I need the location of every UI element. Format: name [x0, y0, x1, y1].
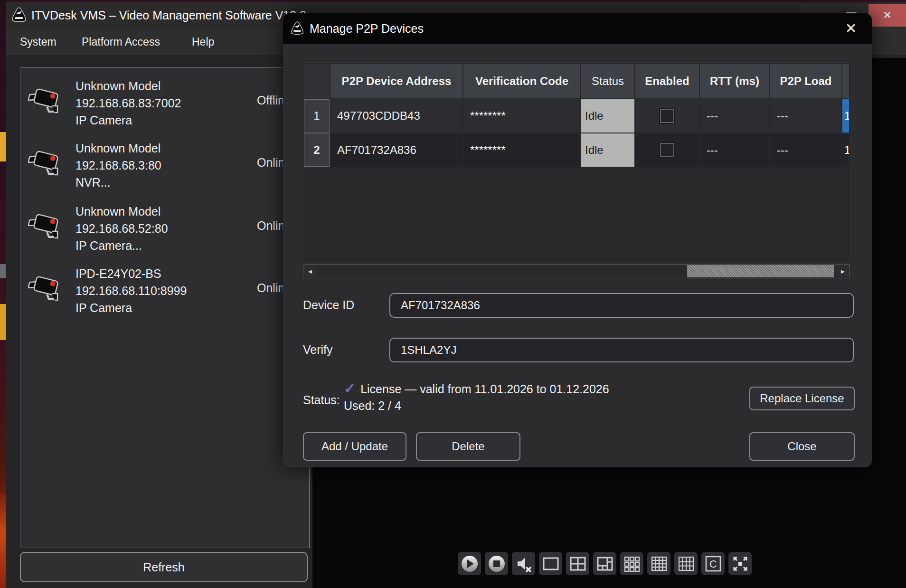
- dialog-close-button[interactable]: ✕: [840, 13, 862, 44]
- device-model: Unknown Model: [76, 77, 181, 95]
- add-update-button[interactable]: Add / Update: [303, 432, 406, 461]
- fullscreen-button[interactable]: [728, 552, 752, 575]
- table-row[interactable]: 1 497703CDDB43 ******** Idle --- --- 1Ye: [304, 99, 849, 133]
- cell-status[interactable]: Idle: [581, 133, 634, 167]
- enabled-checkbox[interactable]: [660, 143, 674, 157]
- mute-button[interactable]: [512, 552, 535, 575]
- cell-verification-code[interactable]: ********: [463, 99, 580, 133]
- col-header-p2p-device-address[interactable]: P2P Device Address: [330, 64, 462, 98]
- window-close-button[interactable]: ✕: [868, 4, 906, 27]
- license-used-count: Used: 2 / 4: [344, 399, 401, 413]
- row-number[interactable]: 2: [304, 133, 330, 167]
- dialog-title: Manage P2P Devices: [310, 13, 424, 44]
- cell-extra-selected[interactable]: 1Ye: [842, 99, 849, 133]
- manage-p2p-devices-dialog: Manage P2P Devices ✕ P2P Device Address …: [283, 13, 872, 467]
- scroll-right-arrow-icon[interactable]: ►: [837, 265, 849, 277]
- cctv-camera-icon: [28, 86, 60, 118]
- layout-2x2-button[interactable]: [566, 552, 589, 575]
- device-type: IP Camera: [76, 299, 187, 316]
- layout-3x3-button[interactable]: [620, 552, 643, 575]
- window-title: ITVDesk VMS – Video Management Software …: [31, 2, 306, 28]
- desktop-artifact: [0, 264, 6, 278]
- col-header-status[interactable]: Status: [581, 64, 634, 98]
- cctv-camera-icon: [28, 211, 60, 244]
- dialog-logo-icon: [290, 21, 305, 36]
- playback-toolbar: C: [458, 552, 752, 576]
- license-valid-check-icon: ✓: [344, 380, 356, 396]
- desktop-artifact: [0, 494, 6, 588]
- desktop-artifact: [0, 304, 6, 340]
- replace-license-button[interactable]: Replace License: [749, 387, 855, 410]
- close-label: Close: [787, 440, 816, 453]
- layout-single-icon: [541, 554, 560, 573]
- layout-1plus5-button[interactable]: [593, 552, 616, 575]
- device-id-input[interactable]: [389, 293, 854, 318]
- layout-single-button[interactable]: [539, 552, 562, 575]
- device-list-item[interactable]: Unknown Model 192.168.68.52:80 IP Camera…: [20, 200, 309, 255]
- cycle-c-button[interactable]: C: [701, 552, 725, 575]
- license-validity-text: License — valid from 11.01.2026 to 01.12…: [360, 382, 609, 396]
- cell-enabled: [635, 133, 699, 167]
- layout-4x4-tiles-button[interactable]: [674, 552, 698, 575]
- layout-4x4-icon: [650, 554, 669, 573]
- layout-3x3-icon: [623, 554, 642, 573]
- cell-rtt[interactable]: ---: [700, 99, 769, 133]
- replace-license-label: Replace License: [760, 392, 844, 405]
- close-button[interactable]: Close: [749, 432, 855, 461]
- play-button[interactable]: [458, 552, 481, 575]
- device-address: 192.168.68.52:80: [76, 220, 168, 237]
- col-header-enabled[interactable]: Enabled: [635, 64, 699, 98]
- p2p-device-table: P2P Device Address Verification Code Sta…: [303, 63, 850, 262]
- cell-extra[interactable]: 1Ye: [842, 133, 849, 167]
- scrollbar-thumb[interactable]: [687, 265, 834, 277]
- device-list-item[interactable]: IPD-E24Y02-BS 192.168.68.110:8999 IP Cam…: [20, 262, 309, 317]
- scroll-left-arrow-icon[interactable]: ◄: [304, 265, 316, 277]
- cell-status[interactable]: Idle: [581, 99, 634, 133]
- device-model: Unknown Model: [76, 140, 161, 157]
- cell-verification-code[interactable]: ********: [463, 133, 580, 167]
- verify-label: Verify: [303, 343, 333, 357]
- dialog-title-bar: Manage P2P Devices ✕: [283, 13, 872, 44]
- cctv-camera-icon: [28, 274, 60, 306]
- layout-4x4-button[interactable]: [647, 552, 670, 575]
- layout-2x2-icon: [568, 554, 587, 573]
- cell-rtt[interactable]: ---: [700, 133, 769, 167]
- col-header-verification-code[interactable]: Verification Code: [463, 64, 580, 98]
- table-corner-cell: [304, 64, 330, 98]
- device-type: IP Camera: [76, 112, 181, 129]
- layout-1plus5-icon: [595, 554, 614, 573]
- device-type: NVR...: [76, 174, 161, 191]
- device-address: 192.168.68.83:7002: [76, 95, 181, 112]
- refresh-button-label: Refresh: [143, 560, 185, 574]
- cell-device-address[interactable]: 497703CDDB43: [330, 99, 462, 133]
- device-list-panel: Unknown Model 192.168.68.83:7002 IP Came…: [20, 67, 310, 548]
- verify-input[interactable]: [389, 338, 854, 362]
- stop-icon: [487, 554, 506, 573]
- screen: ITVDesk VMS – Video Management Software …: [0, 0, 906, 588]
- menu-system[interactable]: System: [20, 28, 57, 55]
- col-header-extra: [842, 64, 849, 98]
- row-number[interactable]: 1: [304, 99, 330, 133]
- stop-button[interactable]: [485, 552, 508, 575]
- delete-button[interactable]: Delete: [416, 432, 520, 461]
- col-header-rtt[interactable]: RTT (ms): [700, 64, 769, 98]
- table-row[interactable]: 2 AF701732A836 ******** Idle --- --- 1Ye: [304, 133, 849, 167]
- cell-device-address[interactable]: AF701732A836: [330, 133, 462, 167]
- menu-help[interactable]: Help: [192, 28, 214, 55]
- enabled-checkbox[interactable]: [660, 109, 674, 123]
- layout-4x4-tiles-icon: [677, 554, 696, 573]
- cell-p2p-load[interactable]: ---: [770, 133, 841, 167]
- device-address: 192.168.68.110:8999: [76, 282, 187, 299]
- device-list-item[interactable]: Unknown Model 192.168.68.83:7002 IP Came…: [20, 75, 309, 130]
- cell-p2p-load[interactable]: ---: [770, 99, 841, 133]
- refresh-button[interactable]: Refresh: [20, 552, 308, 582]
- cycle-c-icon: C: [704, 554, 723, 573]
- add-update-label: Add / Update: [321, 440, 388, 453]
- play-icon: [460, 554, 479, 573]
- svg-text:C: C: [709, 558, 717, 570]
- col-header-p2p-load[interactable]: P2P Load: [770, 64, 841, 98]
- license-status-line: ✓License — valid from 11.01.2026 to 01.1…: [344, 380, 609, 397]
- horizontal-scrollbar[interactable]: ◄ ►: [303, 264, 850, 278]
- menu-platform-access[interactable]: Platform Access: [82, 28, 160, 55]
- device-list-item[interactable]: Unknown Model 192.168.68.3:80 NVR... Onl…: [20, 137, 309, 192]
